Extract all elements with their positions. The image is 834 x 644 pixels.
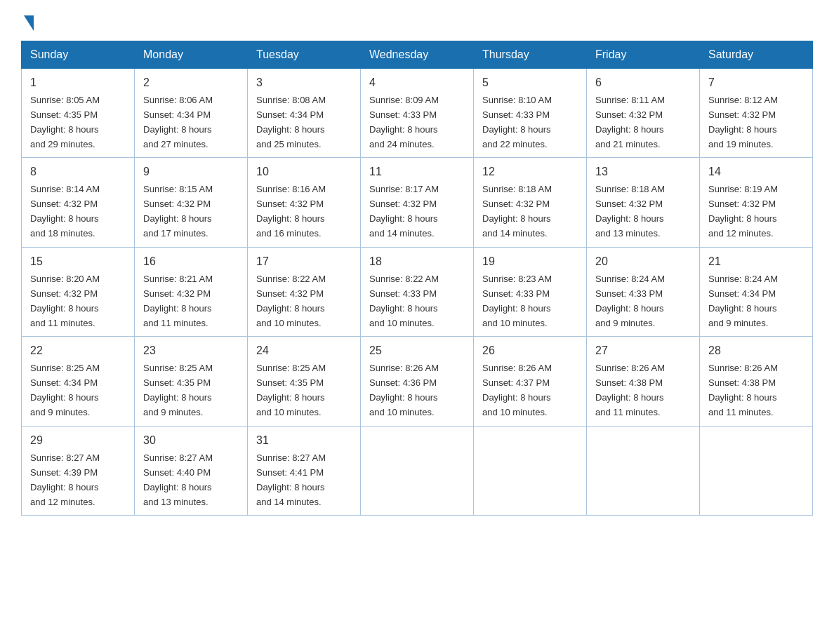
day-info: Sunrise: 8:05 AMSunset: 4:35 PMDaylight:… [30,95,100,149]
weekday-header-row: SundayMondayTuesdayWednesdayThursdayFrid… [22,41,813,69]
day-number: 1 [30,74,126,92]
calendar-cell [700,426,813,515]
calendar-cell: 4 Sunrise: 8:09 AMSunset: 4:33 PMDayligh… [361,69,474,158]
calendar-cell: 15 Sunrise: 8:20 AMSunset: 4:32 PMDaylig… [22,247,135,336]
day-number: 29 [30,432,126,450]
day-info: Sunrise: 8:22 AMSunset: 4:32 PMDaylight:… [256,274,326,328]
calendar-cell: 28 Sunrise: 8:26 AMSunset: 4:38 PMDaylig… [700,337,813,426]
logo [21,14,34,27]
day-number: 13 [595,163,691,181]
day-number: 9 [143,163,239,181]
day-info: Sunrise: 8:19 AMSunset: 4:32 PMDaylight:… [708,184,778,239]
day-number: 31 [256,432,352,450]
day-info: Sunrise: 8:25 AMSunset: 4:34 PMDaylight:… [30,363,100,417]
day-number: 19 [482,253,578,271]
day-number: 17 [256,253,352,271]
day-number: 7 [708,74,804,92]
day-number: 12 [482,163,578,181]
weekday-header-monday: Monday [135,41,248,69]
day-info: Sunrise: 8:27 AMSunset: 4:39 PMDaylight:… [30,452,100,507]
day-info: Sunrise: 8:14 AMSunset: 4:32 PMDaylight:… [30,184,100,239]
day-number: 10 [256,163,352,181]
day-number: 20 [595,253,691,271]
weekday-header-saturday: Saturday [700,41,813,69]
calendar-cell: 11 Sunrise: 8:17 AMSunset: 4:32 PMDaylig… [361,158,474,247]
day-info: Sunrise: 8:25 AMSunset: 4:35 PMDaylight:… [256,363,326,417]
day-info: Sunrise: 8:18 AMSunset: 4:32 PMDaylight:… [595,184,665,239]
calendar-cell: 26 Sunrise: 8:26 AMSunset: 4:37 PMDaylig… [474,337,587,426]
day-number: 26 [482,342,578,360]
calendar-cell: 29 Sunrise: 8:27 AMSunset: 4:39 PMDaylig… [22,426,135,515]
calendar-week-row-4: 22 Sunrise: 8:25 AMSunset: 4:34 PMDaylig… [22,337,813,426]
calendar-table: SundayMondayTuesdayWednesdayThursdayFrid… [21,41,813,516]
calendar-cell: 23 Sunrise: 8:25 AMSunset: 4:35 PMDaylig… [135,337,248,426]
calendar-cell: 5 Sunrise: 8:10 AMSunset: 4:33 PMDayligh… [474,69,587,158]
day-info: Sunrise: 8:26 AMSunset: 4:37 PMDaylight:… [482,363,552,417]
calendar-cell: 30 Sunrise: 8:27 AMSunset: 4:40 PMDaylig… [135,426,248,515]
day-number: 3 [256,74,352,92]
day-number: 14 [708,163,804,181]
day-number: 11 [369,163,465,181]
calendar-cell: 27 Sunrise: 8:26 AMSunset: 4:38 PMDaylig… [587,337,700,426]
calendar-week-row-3: 15 Sunrise: 8:20 AMSunset: 4:32 PMDaylig… [22,247,813,336]
calendar-cell: 17 Sunrise: 8:22 AMSunset: 4:32 PMDaylig… [248,247,361,336]
day-info: Sunrise: 8:26 AMSunset: 4:38 PMDaylight:… [708,363,778,417]
day-info: Sunrise: 8:27 AMSunset: 4:41 PMDaylight:… [256,452,326,507]
day-info: Sunrise: 8:22 AMSunset: 4:33 PMDaylight:… [369,274,439,328]
day-info: Sunrise: 8:15 AMSunset: 4:32 PMDaylight:… [143,184,213,239]
calendar-cell: 18 Sunrise: 8:22 AMSunset: 4:33 PMDaylig… [361,247,474,336]
calendar-cell: 7 Sunrise: 8:12 AMSunset: 4:32 PMDayligh… [700,69,813,158]
day-number: 21 [708,253,804,271]
calendar-cell: 9 Sunrise: 8:15 AMSunset: 4:32 PMDayligh… [135,158,248,247]
calendar-cell: 25 Sunrise: 8:26 AMSunset: 4:36 PMDaylig… [361,337,474,426]
day-info: Sunrise: 8:16 AMSunset: 4:32 PMDaylight:… [256,184,326,239]
weekday-header-wednesday: Wednesday [361,41,474,69]
day-number: 30 [143,432,239,450]
day-info: Sunrise: 8:09 AMSunset: 4:33 PMDaylight:… [369,95,439,149]
weekday-header-friday: Friday [587,41,700,69]
calendar-cell: 31 Sunrise: 8:27 AMSunset: 4:41 PMDaylig… [248,426,361,515]
day-number: 16 [143,253,239,271]
calendar-cell: 10 Sunrise: 8:16 AMSunset: 4:32 PMDaylig… [248,158,361,247]
calendar-cell: 21 Sunrise: 8:24 AMSunset: 4:34 PMDaylig… [700,247,813,336]
calendar-cell [587,426,700,515]
day-number: 5 [482,74,578,92]
day-number: 8 [30,163,126,181]
calendar-week-row-1: 1 Sunrise: 8:05 AMSunset: 4:35 PMDayligh… [22,69,813,158]
day-number: 15 [30,253,126,271]
day-info: Sunrise: 8:08 AMSunset: 4:34 PMDaylight:… [256,95,326,149]
day-info: Sunrise: 8:24 AMSunset: 4:33 PMDaylight:… [595,274,665,328]
day-number: 25 [369,342,465,360]
day-info: Sunrise: 8:24 AMSunset: 4:34 PMDaylight:… [708,274,778,328]
calendar-cell: 20 Sunrise: 8:24 AMSunset: 4:33 PMDaylig… [587,247,700,336]
calendar-cell: 2 Sunrise: 8:06 AMSunset: 4:34 PMDayligh… [135,69,248,158]
day-info: Sunrise: 8:26 AMSunset: 4:38 PMDaylight:… [595,363,665,417]
day-number: 18 [369,253,465,271]
day-info: Sunrise: 8:18 AMSunset: 4:32 PMDaylight:… [482,184,552,239]
day-info: Sunrise: 8:20 AMSunset: 4:32 PMDaylight:… [30,274,100,328]
day-info: Sunrise: 8:10 AMSunset: 4:33 PMDaylight:… [482,95,552,149]
calendar-cell: 6 Sunrise: 8:11 AMSunset: 4:32 PMDayligh… [587,69,700,158]
day-info: Sunrise: 8:21 AMSunset: 4:32 PMDaylight:… [143,274,213,328]
calendar-week-row-5: 29 Sunrise: 8:27 AMSunset: 4:39 PMDaylig… [22,426,813,515]
logo-triangle-icon [24,15,34,31]
calendar-cell [474,426,587,515]
day-number: 23 [143,342,239,360]
day-info: Sunrise: 8:23 AMSunset: 4:33 PMDaylight:… [482,274,552,328]
calendar-cell: 24 Sunrise: 8:25 AMSunset: 4:35 PMDaylig… [248,337,361,426]
calendar-cell: 8 Sunrise: 8:14 AMSunset: 4:32 PMDayligh… [22,158,135,247]
day-number: 4 [369,74,465,92]
calendar-cell: 22 Sunrise: 8:25 AMSunset: 4:34 PMDaylig… [22,337,135,426]
day-number: 22 [30,342,126,360]
calendar-cell: 19 Sunrise: 8:23 AMSunset: 4:33 PMDaylig… [474,247,587,336]
day-number: 28 [708,342,804,360]
day-number: 27 [595,342,691,360]
calendar-cell: 16 Sunrise: 8:21 AMSunset: 4:32 PMDaylig… [135,247,248,336]
calendar-week-row-2: 8 Sunrise: 8:14 AMSunset: 4:32 PMDayligh… [22,158,813,247]
day-number: 6 [595,74,691,92]
weekday-header-tuesday: Tuesday [248,41,361,69]
day-number: 2 [143,74,239,92]
weekday-header-sunday: Sunday [22,41,135,69]
weekday-header-thursday: Thursday [474,41,587,69]
day-info: Sunrise: 8:06 AMSunset: 4:34 PMDaylight:… [143,95,213,149]
